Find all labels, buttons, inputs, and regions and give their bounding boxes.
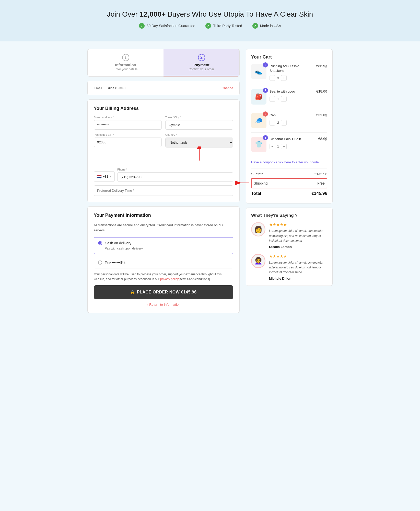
return-to-information-link[interactable]: « Return to Information [94,303,233,306]
qty-decrease-polo[interactable]: − [270,144,275,149]
step-title-payment: Payment [169,63,234,67]
step-subtitle-payment: Confirm your order [169,67,234,71]
step-number-1: 1 [122,54,129,61]
country-group: Country * Netherlands Germany France Bel… [165,133,233,147]
phone-dropdown-icon: ▼ [109,175,112,178]
shipping-label: Shipping [254,181,268,185]
left-column: 1 Information Enter your details 2 Payme… [87,49,240,317]
payment-card: Your Payment Information All transaction… [87,206,240,313]
privacy-policy-link[interactable]: privacy policy [160,277,179,281]
cart-item-cap: 🧢 2 Cap − 2 + €32.00 ⊗ [251,113,327,133]
step-number-2: 2 [198,54,205,61]
step-payment[interactable]: 2 Payment Confirm your order [164,49,239,76]
qty-decrease-beanie[interactable]: − [270,96,275,102]
remove-polo-button[interactable]: ⊗ [324,137,327,142]
cash-option-desc: Pay with cash upon delivery. [105,247,229,250]
change-email-link[interactable]: Change [221,86,233,90]
step-title-information: Information [93,63,158,67]
street-input[interactable] [94,120,162,130]
phone-row: 🇳🇱 +31 ▼ Phone * [94,168,233,182]
billing-title: Your Billing Address [94,106,233,111]
item-name-beanie: Beanie with Logo [270,89,313,94]
hero-title: Join Over 12,000+ Buyers Who Use Utopia … [5,10,415,18]
stars-michele: ★★★★★ [269,254,327,259]
qty-increase-polo[interactable]: + [281,144,287,149]
postcode-input[interactable] [94,138,162,147]
postcode-country-row: Postcode / ZIP * Country * Netherlands G… [94,133,233,147]
hero-badges: ✓ 30 Day Satisfaction Guarantee ✓ Third … [5,23,415,29]
qty-value-cap: 2 [277,121,279,124]
coupon-link[interactable]: Have a coupon? Click here to enter your … [251,160,327,164]
billing-card: Your Billing Address Street address * To… [87,99,240,202]
cart-item-polo: 👕 1 Cinnabar Polo T-Shirt − 1 + €8.99 ⊗ [251,137,327,156]
testimonials-card: What They're Saying ? 👩 ★★★★★ Lorem ipsu… [246,208,333,286]
country-arrow-annotation [195,146,203,162]
testimonial-michele: 👩‍🦱 ★★★★★ Lorem ipsum dolor sit amet, co… [251,254,327,280]
city-input[interactable] [165,120,233,130]
item-name-polo: Cinnabar Polo T-Shirt [270,137,315,141]
remove-beanie-button[interactable]: ⊗ [324,89,327,94]
cart-item-sneakers: 👟 3 Running Adi Classic Sneakers − 3 + €… [251,64,327,85]
item-name-sneakers: Running Adi Classic Sneakers [270,64,313,73]
item-qty-polo: − 1 + [270,144,315,149]
qty-decrease-sneakers[interactable]: − [270,75,275,81]
privacy-notice: Your personal data will be used to proce… [94,272,233,282]
stars-stealla: ★★★★★ [269,222,327,227]
phone-group: Phone * [117,168,233,182]
phone-flag-selector[interactable]: 🇳🇱 +31 ▼ [94,171,115,182]
subtotal-value: €145.96 [314,172,327,176]
item-image-polo: 👕 1 [251,137,266,152]
remove-sneakers-button[interactable]: ⊗ [324,64,327,69]
cart-totals: Subtotal €145.96 Shipping Free [251,168,327,196]
payment-title: Your Payment Information [94,213,233,218]
email-value: dipa.r•••••••• [108,86,221,90]
qty-value-sneakers: 3 [277,76,279,80]
main-content: 1 Information Enter your details 2 Payme… [82,49,338,317]
country-select[interactable]: Netherlands Germany France Belgium Unite… [165,138,233,147]
total-value: €145.96 [312,191,327,196]
email-label: Email [94,86,104,90]
item-badge-sneakers: 3 [263,62,268,67]
phone-code: +31 [103,175,108,178]
radio-icon-cash [98,241,102,245]
street-group: Street address * [94,116,162,130]
address-row: Street address * Town / City * [94,116,233,130]
step-information[interactable]: 1 Information Enter your details [88,49,164,76]
badge-tested: ✓ Third Party Tested [205,23,242,29]
subtotal-label: Subtotal [251,172,264,176]
phone-input[interactable] [117,172,233,182]
badge-usa: ✓ Made in USA [252,23,281,29]
item-image-cap: 🧢 2 [251,113,266,128]
test-kit-label: Tes••••••••lKit [105,260,125,265]
lock-icon: 🔒 [130,290,135,294]
delivery-time-input[interactable] [94,185,233,196]
cash-option-label: Cash on delivery [105,241,131,245]
testimonial-name-stealla: Stealla Larson [269,245,327,249]
testimonial-text-stealla: Lorem ipsum dolor sit amet, consectetur … [269,229,327,243]
badge-satisfaction: ✓ 30 Day Satisfaction Guarantee [139,23,195,29]
place-order-button[interactable]: 🔒 PLACE ORDER NOW €145.96 [94,285,233,299]
step-subtitle-information: Enter your details [93,67,158,71]
item-qty-cap: − 2 + [270,120,313,126]
hero-banner: Join Over 12,000+ Buyers Who Use Utopia … [0,0,420,41]
flag-icon: 🇳🇱 [97,174,102,179]
postcode-label: Postcode / ZIP * [94,133,162,136]
radio-icon-test-kit [98,260,102,265]
item-image-sneakers: 👟 3 [251,64,266,79]
qty-value-beanie: 1 [277,97,279,101]
testimonial-name-michele: Michele Dillon [269,277,327,280]
testimonials-title: What They're Saying ? [251,213,327,218]
qty-increase-beanie[interactable]: + [281,96,287,102]
shipping-value: Free [317,181,325,185]
cash-on-delivery-option[interactable]: Cash on delivery Pay with cash upon deli… [94,237,233,254]
check-icon-tested: ✓ [205,23,211,29]
qty-decrease-cap[interactable]: − [270,120,275,126]
test-kit-option[interactable]: Tes••••••••lKit [94,257,233,268]
subtotal-row: Subtotal €145.96 [251,172,327,176]
qty-increase-sneakers[interactable]: + [281,75,287,81]
remove-cap-button[interactable]: ⊗ [324,113,327,118]
qty-increase-cap[interactable]: + [281,120,287,126]
city-group: Town / City * [165,116,233,130]
avatar-stealla: 👩 [251,222,265,236]
city-label: Town / City * [165,116,233,119]
